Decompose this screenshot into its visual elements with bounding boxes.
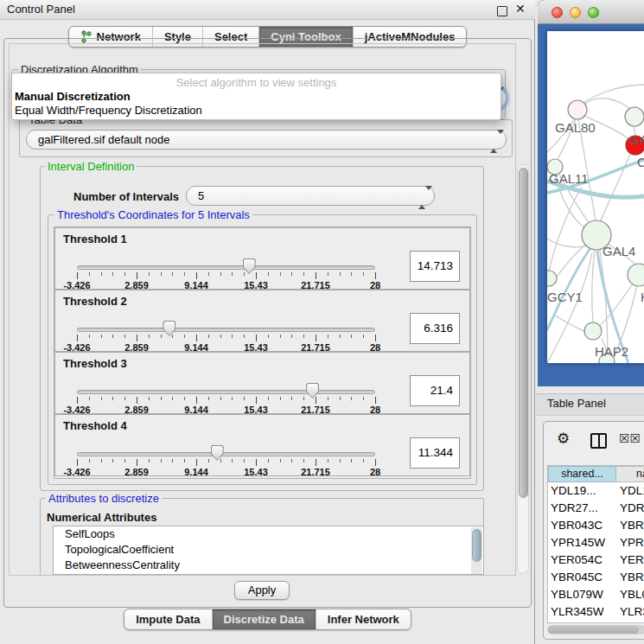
tab-impute-data[interactable]: Impute Data bbox=[124, 609, 211, 629]
horizontal-scrollbar-thumb[interactable] bbox=[548, 626, 639, 634]
cell-shared-name[interactable]: YDL19... bbox=[551, 482, 616, 500]
column-header-shared-name[interactable]: shared... bbox=[548, 466, 616, 482]
threshold-value-field[interactable]: 11.344 bbox=[410, 437, 460, 469]
cell-shared-name[interactable]: YBR043C bbox=[551, 517, 616, 534]
node-gal80[interactable] bbox=[568, 100, 587, 119]
numerical-attributes-list[interactable]: SelfLoopsTopologicalCoefficientBetweenne… bbox=[53, 526, 484, 575]
node-h[interactable] bbox=[628, 264, 644, 286]
cell-name[interactable]: YBR0 bbox=[620, 569, 644, 586]
node-hap2[interactable] bbox=[584, 322, 602, 340]
popup-item-manual-discretization[interactable]: Manual Discretization bbox=[12, 90, 501, 104]
num-intervals-combobox[interactable]: 5 bbox=[186, 186, 435, 206]
float-window-icon[interactable] bbox=[497, 6, 507, 16]
cell-name[interactable]: YER0 bbox=[620, 552, 644, 569]
slider-thumb[interactable] bbox=[163, 321, 175, 336]
tick-mark bbox=[172, 272, 173, 276]
tab-label: Impute Data bbox=[136, 609, 200, 629]
table-data-combobox[interactable]: galFiltered.sif default node bbox=[26, 130, 507, 150]
tick-mark bbox=[149, 335, 150, 338]
table-row[interactable]: YIL052CYIL0 bbox=[548, 621, 644, 623]
network-canvas[interactable]: GAL80 GA C GAL11 GAL4 GCY1 H HAP2 bbox=[547, 31, 644, 363]
node-table: shared... na YDL19...YDL1YDR27...YDR2YBR… bbox=[547, 465, 644, 623]
tab-discretize-data[interactable]: Discretize Data bbox=[212, 609, 316, 629]
tick-mark bbox=[149, 459, 150, 462]
node-gcy1[interactable] bbox=[547, 271, 557, 286]
cell-shared-name[interactable]: YPR145W bbox=[551, 534, 616, 552]
tick-mark bbox=[268, 397, 269, 400]
cell-shared-name[interactable]: YLR345W bbox=[551, 603, 616, 621]
cell-shared-name[interactable]: YIL052C bbox=[551, 621, 616, 623]
list-scrollbar-thumb[interactable] bbox=[472, 529, 481, 562]
slider-track[interactable] bbox=[77, 390, 375, 394]
tick-mark bbox=[375, 335, 376, 341]
close-icon[interactable]: ✕ bbox=[515, 2, 526, 16]
slider-thumb[interactable] bbox=[243, 258, 256, 274]
slider-track[interactable] bbox=[77, 452, 375, 456]
cell-name[interactable]: YPR1 bbox=[620, 534, 644, 552]
table-row[interactable]: YLR345WYLR3 bbox=[548, 603, 644, 621]
threshold-value-field[interactable]: 21.4 bbox=[410, 375, 460, 406]
threshold-value-field[interactable]: 6.316 bbox=[410, 313, 460, 344]
tick-mark bbox=[232, 397, 233, 400]
slider-thumb[interactable] bbox=[211, 445, 224, 461]
table-row[interactable]: YPR145WYPR1 bbox=[548, 534, 644, 552]
column-layout-icon[interactable] bbox=[590, 433, 607, 449]
slider-track[interactable] bbox=[77, 265, 375, 270]
tick-mark bbox=[363, 397, 364, 400]
table-row[interactable]: YDR27...YDR2 bbox=[548, 500, 644, 517]
tick-mark bbox=[124, 397, 125, 400]
table-row[interactable]: YDL19...YDL1 bbox=[548, 482, 644, 500]
node-ga[interactable] bbox=[625, 107, 644, 126]
horizontal-scrollbar-track[interactable] bbox=[547, 625, 644, 634]
slider-thumb[interactable] bbox=[306, 383, 319, 399]
slider-track[interactable] bbox=[77, 328, 375, 332]
tick-mark bbox=[328, 459, 328, 462]
tick-mark bbox=[89, 459, 90, 462]
tab-infer-network[interactable]: Infer Network bbox=[316, 609, 411, 629]
tick-mark bbox=[340, 397, 341, 400]
tick-mark bbox=[77, 459, 78, 466]
tick-mark bbox=[363, 272, 364, 276]
cell-shared-name[interactable]: YDR27... bbox=[551, 500, 616, 517]
minimize-traffic-light[interactable] bbox=[570, 7, 581, 18]
table-row[interactable]: YER054CYER0 bbox=[548, 552, 644, 569]
cell-name[interactable]: YBR0 bbox=[620, 517, 644, 534]
cell-name[interactable]: YBL0 bbox=[620, 586, 644, 603]
tick-label: 2.859 bbox=[124, 467, 149, 477]
cell-name[interactable]: YDL1 bbox=[620, 482, 644, 500]
threshold-label: Threshold 1 bbox=[63, 233, 127, 245]
apply-button[interactable]: Apply bbox=[234, 581, 290, 600]
list-item[interactable]: BetweennessCentrality bbox=[54, 558, 483, 573]
cell-name[interactable]: YLR3 bbox=[620, 603, 644, 621]
tick-mark bbox=[220, 272, 221, 276]
cell-shared-name[interactable]: YBR045C bbox=[551, 569, 616, 586]
vertical-scrollbar-thumb[interactable] bbox=[519, 168, 528, 498]
zoom-traffic-light[interactable] bbox=[588, 7, 599, 18]
gear-icon[interactable]: ⚙ bbox=[557, 430, 570, 447]
cell-shared-name[interactable]: YER054C bbox=[551, 552, 616, 569]
column-header-name[interactable]: na bbox=[616, 466, 644, 482]
tick-mark bbox=[124, 272, 125, 276]
table-row[interactable]: YBL079WYBL0 bbox=[548, 586, 644, 603]
cell-name[interactable]: YIL0 bbox=[620, 621, 644, 623]
table-row[interactable]: YBR043CYBR0 bbox=[548, 517, 644, 534]
table-row[interactable]: YBR045CYBR0 bbox=[548, 569, 644, 586]
list-scrollbar-track[interactable] bbox=[471, 527, 482, 574]
combo-value: 5 bbox=[198, 189, 204, 202]
network-view-window: GAL80 GA C GAL11 GAL4 GCY1 H HAP2 bbox=[538, 0, 644, 386]
list-item[interactable]: TopologicalCoefficient bbox=[54, 542, 483, 558]
checkbox-icons[interactable]: ☒☒ bbox=[619, 431, 641, 445]
tick-label: 9.144 bbox=[184, 467, 208, 477]
tick-mark bbox=[268, 272, 269, 276]
list-item[interactable]: SelfLoops bbox=[54, 526, 483, 542]
popup-item-equal-width-frequency[interactable]: Equal Width/Frequency Discretization bbox=[12, 104, 501, 118]
slider-ticks bbox=[77, 335, 375, 342]
cell-name[interactable]: YDR2 bbox=[620, 500, 644, 517]
close-traffic-light[interactable] bbox=[552, 7, 563, 18]
tick-mark bbox=[232, 459, 233, 462]
tick-mark bbox=[340, 459, 341, 462]
network-window-titlebar[interactable] bbox=[538, 0, 644, 24]
cell-shared-name[interactable]: YBL079W bbox=[551, 586, 616, 603]
threshold-value-field[interactable]: 14.713 bbox=[410, 251, 460, 282]
tick-mark bbox=[137, 459, 137, 466]
